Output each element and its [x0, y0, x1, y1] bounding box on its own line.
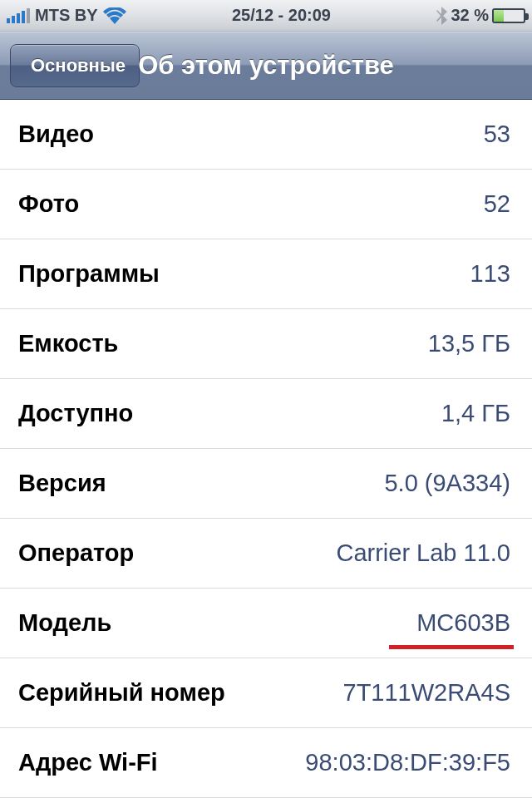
svg-rect-3	[22, 11, 25, 23]
row-label: Видео	[18, 121, 94, 148]
row-model[interactable]: Модель MC603B	[0, 589, 532, 658]
wifi-icon	[103, 7, 126, 24]
svg-rect-0	[7, 18, 10, 23]
cellular-signal-icon	[7, 8, 30, 23]
row-value: 13,5 ГБ	[428, 330, 510, 357]
status-right: 32 %	[436, 6, 525, 25]
row-label: Модель	[18, 609, 111, 637]
row-label: Программы	[18, 260, 160, 288]
row-value: 98:03:D8:DF:39:F5	[305, 749, 510, 776]
svg-rect-2	[17, 13, 20, 23]
carrier-name: MTS BY	[35, 6, 98, 25]
row-available[interactable]: Доступно 1,4 ГБ	[0, 379, 532, 449]
row-serial[interactable]: Серийный номер 7T111W2RA4S	[0, 658, 532, 728]
row-label: Оператор	[18, 539, 134, 567]
row-wifi-address[interactable]: Адрес Wi-Fi 98:03:D8:DF:39:F5	[0, 728, 532, 798]
row-value: 53	[484, 121, 510, 148]
status-left: MTS BY	[7, 6, 126, 25]
row-apps[interactable]: Программы 113	[0, 239, 532, 309]
row-label: Доступно	[18, 400, 133, 427]
status-bar: MTS BY 25/12 - 20:09 32 %	[0, 0, 532, 32]
row-label: Серийный номер	[18, 679, 225, 707]
svg-rect-1	[12, 16, 15, 23]
battery-icon	[492, 8, 525, 23]
navigation-bar: Основные Об этом устройстве	[0, 32, 532, 100]
back-button[interactable]: Основные	[10, 44, 140, 87]
battery-percentage: 32 %	[451, 6, 489, 25]
row-photos[interactable]: Фото 52	[0, 170, 532, 239]
row-label: Фото	[18, 190, 79, 218]
row-label: Адрес Wi-Fi	[18, 749, 158, 776]
row-video[interactable]: Видео 53	[0, 100, 532, 170]
row-value: 7T111W2RA4S	[343, 679, 511, 707]
row-value: 52	[484, 190, 510, 218]
row-carrier[interactable]: Оператор Carrier Lab 11.0	[0, 519, 532, 589]
row-capacity[interactable]: Емкость 13,5 ГБ	[0, 309, 532, 379]
row-version[interactable]: Версия 5.0 (9A334)	[0, 449, 532, 519]
status-clock: 25/12 - 20:09	[126, 6, 437, 25]
back-button-label: Основные	[31, 55, 126, 76]
row-value: MC603B	[416, 609, 510, 637]
row-value: 5.0 (9A334)	[384, 470, 510, 497]
bluetooth-icon	[436, 7, 447, 25]
row-value: 1,4 ГБ	[441, 400, 510, 427]
row-label: Емкость	[18, 330, 118, 357]
row-value: 113	[470, 260, 510, 288]
row-label: Версия	[18, 470, 106, 497]
row-value: Carrier Lab 11.0	[336, 539, 510, 567]
about-table: Видео 53 Фото 52 Программы 113 Емкость 1…	[0, 100, 532, 798]
svg-rect-4	[27, 8, 30, 23]
